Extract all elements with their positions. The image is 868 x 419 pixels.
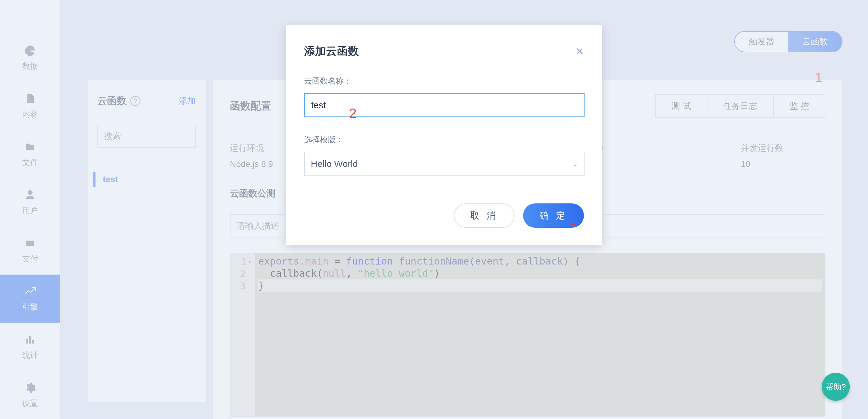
template-value: Hello World xyxy=(311,159,358,169)
help-fab[interactable]: 帮助? xyxy=(822,373,850,401)
template-select[interactable]: Hello World ⌄ xyxy=(304,152,585,176)
cancel-button[interactable]: 取 消 xyxy=(454,203,515,228)
template-label: 选择模版： xyxy=(304,134,584,145)
add-function-modal: 添加云函数 ✕ 云函数名称： 选择模版： Hello World ⌄ 取 消 确… xyxy=(286,25,602,245)
annotation-dot xyxy=(572,224,575,227)
annotation-2: 2 xyxy=(349,106,356,121)
chevron-down-icon: ⌄ xyxy=(572,160,578,168)
ok-button[interactable]: 确 定 xyxy=(523,203,584,228)
modal-title: 添加云函数 xyxy=(304,44,359,59)
name-label: 云函数名称： xyxy=(304,76,584,86)
function-name-input[interactable] xyxy=(304,93,585,117)
close-icon[interactable]: ✕ xyxy=(576,45,584,58)
